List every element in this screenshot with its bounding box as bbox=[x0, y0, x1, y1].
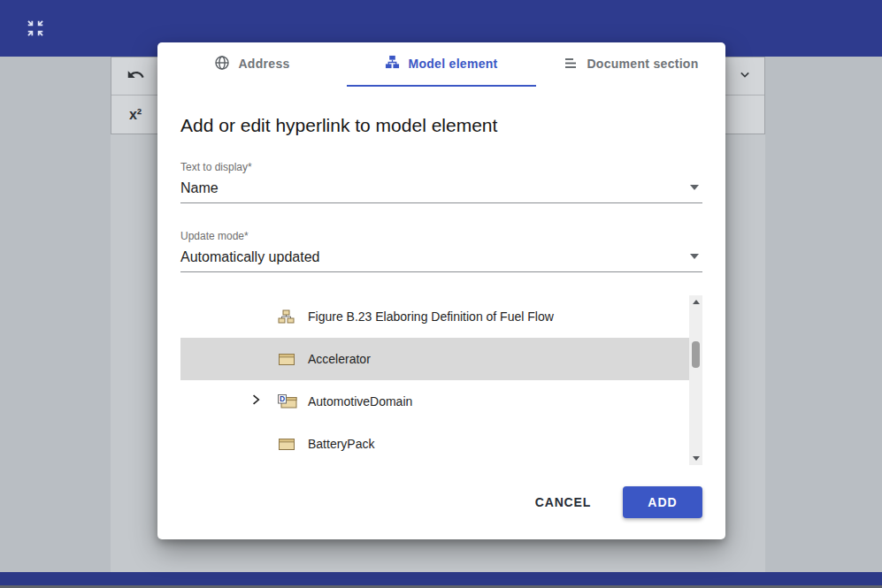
update-mode-select[interactable]: Update mode* Automatically updated bbox=[180, 230, 702, 272]
tab-model-element[interactable]: Model element bbox=[347, 42, 536, 87]
tree-row[interactable]: BatteryPack bbox=[180, 423, 689, 465]
caret-down-icon bbox=[690, 185, 699, 190]
component-icon bbox=[278, 438, 299, 451]
tab-label: Address bbox=[238, 57, 289, 71]
toolbar-more-button[interactable] bbox=[725, 57, 764, 95]
scroll-up-icon bbox=[693, 300, 700, 304]
field-value: Name bbox=[180, 179, 702, 198]
tree-scrollbar[interactable] bbox=[689, 295, 702, 465]
diagram-icon bbox=[278, 309, 299, 325]
tree-item-label: BatteryPack bbox=[308, 437, 374, 451]
tab-document-section[interactable]: Document section bbox=[536, 42, 725, 87]
globe-icon bbox=[214, 55, 230, 73]
scrollbar-track[interactable] bbox=[689, 309, 702, 452]
tree-item-label: Accelerator bbox=[308, 352, 371, 366]
tree-row[interactable]: Figure B.23 Elaboring Definition of Fuel… bbox=[180, 295, 689, 338]
expand-chevron-icon[interactable] bbox=[248, 392, 264, 411]
dialog-actions: CANCEL ADD bbox=[180, 486, 702, 518]
hyperlink-dialog: Address Model element bbox=[157, 42, 725, 539]
scroll-up-button[interactable] bbox=[689, 295, 702, 309]
cancel-button[interactable]: CANCEL bbox=[530, 488, 596, 516]
model-element-icon bbox=[385, 55, 400, 73]
undo-icon bbox=[127, 65, 145, 88]
dialog-title: Add or edit hyperlink to model element bbox=[180, 113, 702, 138]
superscript-label: x² bbox=[129, 107, 142, 123]
page: x² Address bbox=[0, 0, 882, 588]
tab-label: Model element bbox=[408, 57, 497, 71]
tree-row[interactable]: D AutomotiveDomain bbox=[180, 380, 689, 423]
field-label: Text to display* bbox=[180, 161, 702, 173]
chevron-down-icon bbox=[736, 65, 754, 87]
field-label: Update mode* bbox=[180, 230, 702, 242]
scrollbar-thumb[interactable] bbox=[692, 341, 700, 368]
tab-label: Document section bbox=[587, 57, 698, 71]
superscript-button[interactable]: x² bbox=[111, 95, 160, 134]
add-button[interactable]: ADD bbox=[623, 486, 702, 518]
domain-icon: D bbox=[278, 394, 299, 409]
scroll-down-button[interactable] bbox=[689, 452, 702, 465]
model-element-tree: Figure B.23 Elaboring Definition of Fuel… bbox=[180, 295, 702, 465]
tab-address[interactable]: Address bbox=[157, 42, 347, 87]
caret-down-icon bbox=[690, 254, 699, 259]
field-value: Automatically updated bbox=[180, 248, 702, 267]
tree-row[interactable]: Accelerator bbox=[180, 338, 689, 380]
svg-text:D: D bbox=[280, 394, 285, 403]
dialog-tab-bar: Address Model element bbox=[157, 42, 725, 87]
chevron-slot bbox=[248, 392, 278, 411]
compress-icon[interactable] bbox=[26, 19, 45, 38]
undo-button[interactable] bbox=[111, 57, 160, 95]
scroll-down-icon bbox=[693, 456, 700, 461]
dialog-body: Add or edit hyperlink to model element T… bbox=[157, 113, 725, 518]
document-section-icon bbox=[563, 55, 579, 73]
text-to-display-select[interactable]: Text to display* Name bbox=[180, 161, 702, 203]
app-footer-bar bbox=[0, 572, 882, 585]
tree-item-label: AutomotiveDomain bbox=[308, 394, 412, 409]
tree-list: Figure B.23 Elaboring Definition of Fuel… bbox=[180, 295, 689, 465]
tree-item-label: Figure B.23 Elaboring Definition of Fuel… bbox=[308, 309, 554, 324]
component-icon bbox=[278, 353, 299, 366]
